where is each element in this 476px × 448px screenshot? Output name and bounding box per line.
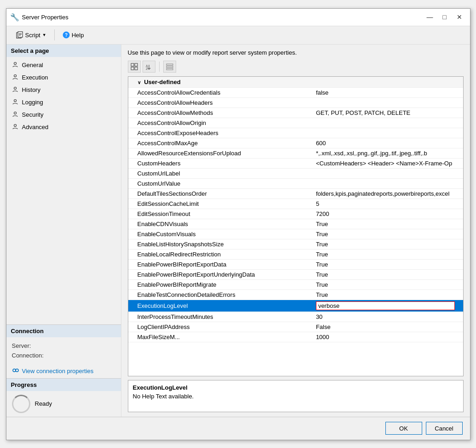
detail-title: ExecutionLogLevel: [133, 384, 459, 391]
sidebar-info: Server: Connection:: [6, 337, 121, 364]
svg-point-8: [14, 74, 16, 77]
minimize-button[interactable]: —: [423, 11, 437, 23]
svg-point-11: [14, 112, 16, 114]
ok-button[interactable]: OK: [385, 422, 422, 435]
detail-panel: ExecutionLogLevel No Help Text available…: [128, 380, 464, 412]
nav-label-history: History: [22, 86, 40, 93]
properties-table-container[interactable]: ∨ User-defined AccessControlAllowCredent…: [128, 76, 464, 376]
table-row[interactable]: LogClientIPAddressFalse: [128, 322, 463, 332]
toolbar-separator: [54, 29, 55, 40]
help-button[interactable]: ? Help: [58, 29, 88, 41]
property-value: True: [312, 219, 463, 229]
table-row[interactable]: MaxFileSizeM...1000: [128, 332, 463, 342]
property-value[interactable]: [312, 300, 463, 312]
help-icon: ?: [63, 31, 70, 39]
sidebar-spacer: [6, 135, 121, 324]
help-label: Help: [72, 32, 84, 39]
property-value: 1000: [312, 332, 463, 342]
sidebar-item-security[interactable]: Security: [6, 108, 121, 121]
svg-rect-17: [131, 63, 134, 66]
property-name: InterProcessTimeoutMinutes: [128, 312, 312, 322]
property-value: false: [312, 87, 463, 97]
sidebar-item-general[interactable]: General: [6, 59, 121, 71]
property-value-input[interactable]: [316, 301, 455, 310]
maximize-button[interactable]: □: [438, 11, 452, 23]
list-icon-btn[interactable]: [163, 61, 176, 73]
property-name: DefaultTilesSectionsOrder: [128, 188, 312, 198]
table-row[interactable]: CustomHeaders<CustomHeaders> <Header> <N…: [128, 158, 463, 168]
table-row[interactable]: CustomUrlLabel: [128, 168, 463, 178]
connection-section: Connection Server: Connection:: [6, 324, 121, 378]
table-row[interactable]: AccessControlAllowHeaders: [128, 97, 463, 108]
property-value: True: [312, 259, 463, 269]
svg-rect-18: [135, 63, 138, 66]
svg-rect-26: [166, 68, 173, 70]
script-icon: [16, 31, 23, 39]
svg-text:Z: Z: [146, 67, 148, 70]
sort-az-icon-btn[interactable]: A Z: [143, 61, 155, 73]
table-row[interactable]: DefaultTilesSectionsOrderfolders,kpis,pa…: [128, 188, 463, 198]
sidebar-item-execution[interactable]: Execution: [6, 71, 121, 84]
table-row[interactable]: EnableTestConnectionDetailedErrorsTrue: [128, 289, 463, 300]
property-name: CustomUrlLabel: [128, 168, 312, 178]
sidebar-item-history[interactable]: History: [6, 84, 121, 96]
table-row[interactable]: EditSessionCacheLimit5: [128, 198, 463, 209]
table-row[interactable]: EnableCustomVisualsTrue: [128, 229, 463, 239]
property-name: EnableLocalRedirectRestriction: [128, 249, 312, 259]
table-row[interactable]: EditSessionTimeout7200: [128, 209, 463, 219]
table-row[interactable]: AccessControlAllowMethodsGET, PUT, POST,…: [128, 108, 463, 118]
table-row[interactable]: InterProcessTimeoutMinutes30: [128, 312, 463, 322]
nav-icon-advanced: [12, 123, 18, 131]
svg-text:?: ?: [65, 33, 68, 38]
sidebar-nav: General Execution History: [6, 57, 121, 135]
nav-icon-logging: [12, 98, 18, 106]
property-value: [312, 97, 463, 108]
icon-separator: [159, 62, 160, 72]
property-value: 30: [312, 312, 463, 322]
table-row[interactable]: ExecutionLogLevel: [128, 300, 463, 312]
view-connection-link[interactable]: View connection properties: [6, 364, 121, 378]
property-name: EnableTestConnectionDetailedErrors: [128, 289, 312, 300]
sidebar-item-logging[interactable]: Logging: [6, 96, 121, 108]
cancel-button[interactable]: Cancel: [426, 422, 463, 435]
main-window: 🔧 Server Properties — □ ✕ Script ▼: [6, 8, 470, 440]
table-row[interactable]: CustomUrlValue: [128, 178, 463, 188]
progress-title: Progress: [6, 379, 121, 391]
grid-icon-btn[interactable]: [128, 61, 141, 73]
table-row[interactable]: AccessControlAllowCredentialsfalse: [128, 87, 463, 97]
server-row: Server:: [12, 341, 115, 351]
table-row[interactable]: EnablePowerBIReportExportDataTrue: [128, 259, 463, 269]
property-value: False: [312, 322, 463, 332]
svg-rect-25: [166, 66, 173, 68]
property-value: 5: [312, 198, 463, 209]
table-row[interactable]: AccessControlAllowOrigin: [128, 118, 463, 128]
property-value: True: [312, 229, 463, 239]
toolbar-icons: A Z: [128, 61, 464, 73]
table-row[interactable]: AccessControlExposeHeaders: [128, 128, 463, 138]
properties-table: ∨ User-defined AccessControlAllowCredent…: [128, 77, 463, 342]
property-name: ExecutionLogLevel: [128, 300, 312, 312]
table-row[interactable]: EnableListHistorySnapshotsSizeTrue: [128, 239, 463, 249]
script-button[interactable]: Script ▼: [12, 29, 51, 41]
property-name: EnableCustomVisuals: [128, 229, 312, 239]
property-name: MaxFileSizeM...: [128, 332, 312, 342]
property-name: EnablePowerBIReportExportUnderlyingData: [128, 269, 312, 279]
svg-point-9: [14, 87, 16, 89]
table-row[interactable]: AccessControlMaxAge600: [128, 138, 463, 148]
chevron-down-icon: ∨: [138, 80, 141, 85]
property-value: True: [312, 239, 463, 249]
close-button[interactable]: ✕: [453, 11, 466, 23]
property-name: EditSessionCacheLimit: [128, 198, 312, 209]
nav-label-advanced: Advanced: [22, 124, 49, 130]
sidebar-item-advanced[interactable]: Advanced: [6, 121, 121, 133]
group-header-row[interactable]: ∨ User-defined: [128, 77, 463, 88]
progress-content: Ready: [6, 391, 121, 417]
table-row[interactable]: EnablePowerBIReportExportUnderlyingDataT…: [128, 269, 463, 279]
table-row[interactable]: EnablePowerBIReportMigrateTrue: [128, 279, 463, 289]
select-page-label: Select a page: [6, 45, 121, 57]
table-row[interactable]: EnableLocalRedirectRestrictionTrue: [128, 249, 463, 259]
table-row[interactable]: EnableCDNVisualsTrue: [128, 219, 463, 229]
table-row[interactable]: AllowedResourceExtensionsForUpload*,.xml…: [128, 148, 463, 158]
property-value: <CustomHeaders> <Header> <Name>X-Frame-O…: [312, 158, 463, 168]
window-title: Server Properties: [22, 14, 423, 21]
